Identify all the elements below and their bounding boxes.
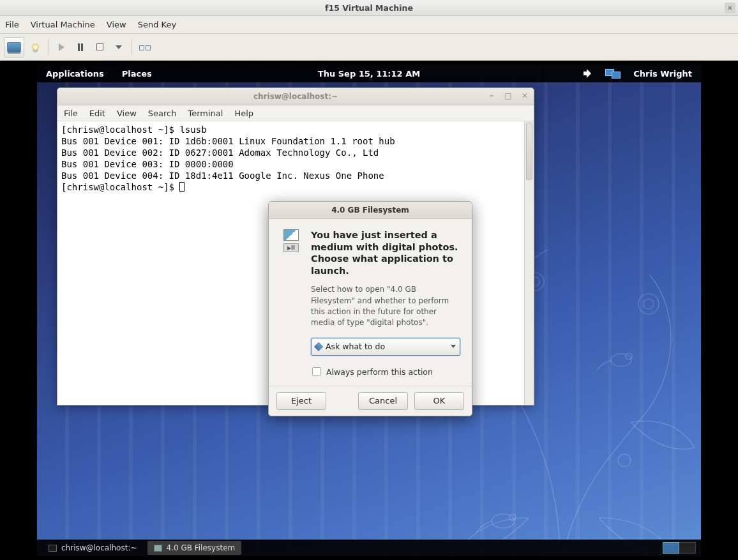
guest-desktop[interactable]: Applications Places Thu Sep 15, 11:12 AM… [37,64,701,556]
monitor-icon [7,42,21,52]
terminal-menu-view[interactable]: View [117,109,137,118]
fullscreen-icon [139,42,151,53]
eject-button[interactable]: Eject [276,392,326,410]
svg-point-9 [509,514,516,520]
panel-applications[interactable]: Applications [46,69,104,79]
terminal-menubar: File Edit View Search Terminal Help [57,105,534,121]
vm-stop-menu-button[interactable] [110,37,127,57]
terminal-menu-search[interactable]: Search [148,109,177,118]
terminal-menu-file[interactable]: File [64,109,78,118]
terminal-scroll-thumb[interactable] [526,123,532,180]
drive-task-icon [154,545,162,552]
panel-user[interactable]: Chris Wright [633,69,692,79]
gnome-top-panel: Applications Places Thu Sep 15, 11:12 AM… [37,64,701,82]
terminal-close-button[interactable]: ✕ [520,91,530,100]
chevron-down-icon [116,45,122,49]
terminal-minimize-button[interactable]: – [486,91,497,100]
workspace-1[interactable] [663,542,679,554]
volume-icon[interactable] [584,70,592,77]
terminal-menu-help[interactable]: Help [234,109,253,118]
bulb-icon [32,43,39,50]
workspace-2[interactable] [679,542,696,554]
vm-menubar: File Virtual Machine View Send Key [0,16,738,34]
terminal-menu-terminal[interactable]: Terminal [188,109,223,118]
ask-icon [314,342,323,351]
terminal-scrollbar[interactable] [524,121,534,405]
pause-icon [78,43,83,51]
vm-lightbulb-button[interactable] [27,37,43,57]
vm-window-titlebar: f15 Virtual Machine ✕ [0,0,738,16]
dialog-icon: ▶II [280,229,302,356]
play-icon [59,43,64,51]
photo-icon [283,229,299,241]
taskbar-terminal-label: chrisw@localhost:~ [61,543,137,552]
dialog-button-row: Eject Cancel OK [269,386,472,416]
terminal-title: chrisw@localhost:~ [253,92,338,101]
vm-console-button[interactable] [4,37,24,57]
network-icon[interactable] [605,69,621,79]
panel-places[interactable]: Places [122,69,152,79]
dialog-action-combobox[interactable]: Ask what to do [311,338,460,356]
chevron-down-icon [451,345,456,348]
terminal-titlebar[interactable]: chrisw@localhost:~ – □ ✕ [57,88,534,105]
toolbar-separator [132,39,132,56]
taskbar-item-filesystem[interactable]: 4.0 GB Filesystem [147,541,242,555]
vm-menu-view[interactable]: View [107,20,126,29]
vm-close-button[interactable]: ✕ [725,3,735,13]
vm-window-title: f15 Virtual Machine [325,3,413,13]
dialog-always-checkbox[interactable] [312,367,321,376]
svg-point-6 [611,354,631,367]
vm-fullscreen-button[interactable] [137,37,153,57]
vm-menu-virtual-machine[interactable]: Virtual Machine [31,20,95,29]
svg-point-7 [626,353,632,359]
vm-play-button[interactable] [53,37,70,57]
svg-point-2 [638,294,659,314]
terminal-output: [chrisw@localhost ~]$ lsusb Bus 001 Devi… [61,124,530,193]
media-player-icon: ▶II [283,243,299,252]
vm-menu-send-key[interactable]: Send Key [138,20,176,29]
media-autorun-dialog: 4.0 GB Filesystem ▶II You have just inse… [268,201,472,416]
workspace-switcher[interactable] [663,542,696,554]
dialog-body-text: Select how to open "4.0 GB Filesystem" a… [311,284,460,329]
taskbar-filesystem-label: 4.0 GB Filesystem [167,543,236,552]
vm-pause-button[interactable] [72,37,89,57]
gnome-bottom-panel: chrisw@localhost:~ 4.0 GB Filesystem [37,540,701,556]
taskbar-item-terminal[interactable]: chrisw@localhost:~ [42,541,144,555]
svg-point-5 [618,454,631,467]
toolbar-separator [48,39,49,56]
terminal-maximize-button[interactable]: □ [503,91,513,100]
stop-icon [96,43,103,50]
dialog-action-value: Ask what to do [326,342,385,351]
dialog-always-label: Always perform this action [326,367,433,377]
terminal-task-icon [49,545,57,552]
cancel-button[interactable]: Cancel [358,392,408,410]
svg-point-8 [492,514,515,528]
guest-display-frame: Applications Places Thu Sep 15, 11:12 AM… [0,61,738,560]
ok-button[interactable]: OK [414,392,464,410]
terminal-menu-edit[interactable]: Edit [89,109,105,118]
dialog-heading: You have just inserted a medium with dig… [311,229,460,276]
dialog-title: 4.0 GB Filesystem [331,206,409,215]
vm-menu-file[interactable]: File [5,20,19,29]
svg-point-3 [644,299,654,309]
vm-toolbar [0,34,738,61]
vm-stop-button[interactable] [91,37,108,57]
dialog-titlebar[interactable]: 4.0 GB Filesystem [269,202,472,219]
